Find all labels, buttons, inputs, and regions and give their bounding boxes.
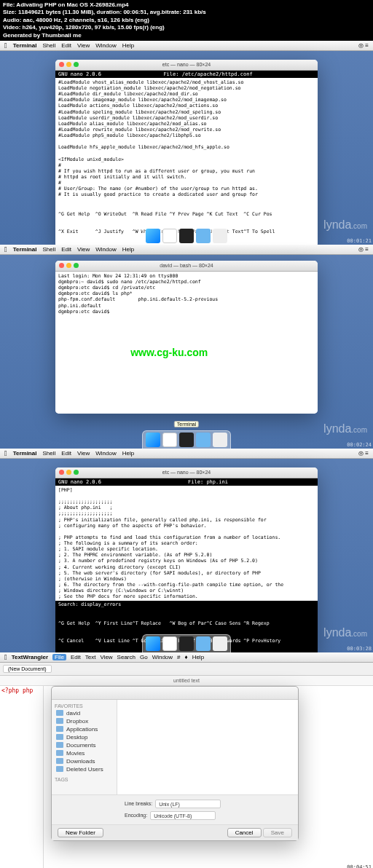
macos-menubar[interactable]:  Terminal Shell Edit View Window Help ◎… [0, 41, 373, 51]
tags-header: Tags [55, 776, 114, 783]
sidebar-item-movies[interactable]: Movies [55, 749, 114, 757]
zoom-icon[interactable] [74, 62, 79, 67]
terminal-icon[interactable] [179, 433, 194, 447]
close-icon[interactable] [59, 263, 64, 268]
close-icon[interactable] [59, 470, 64, 475]
sidebar-item-david[interactable]: david [55, 709, 114, 717]
minimize-icon[interactable] [66, 62, 71, 67]
zoom-icon[interactable] [74, 470, 79, 475]
nano-header: GNU nano 2.0.6File: /etc/apache2/httpd.c… [55, 71, 318, 78]
dock-tooltip: Terminal [174, 421, 199, 427]
minimize-icon[interactable] [66, 470, 71, 475]
terminal-icon[interactable] [179, 229, 194, 243]
favorites-header: Favorites [55, 703, 114, 709]
trash-icon[interactable] [213, 433, 227, 447]
video-metadata: File: Adivating PHP on Mac OS X-269826.m… [0, 0, 373, 41]
app-menu[interactable]: Terminal [13, 42, 37, 49]
lynda-watermark: lynda.com [323, 626, 367, 639]
encoding-label: Encoding: [125, 813, 147, 818]
editor-pane[interactable]: <?php php [0, 686, 44, 868]
apple-logo-icon[interactable]:  [4, 449, 7, 457]
dialog-toolbar[interactable] [52, 687, 298, 700]
save-button[interactable]: Save [263, 828, 292, 837]
window-titlebar[interactable]: etc — nano — 80×24 [55, 467, 318, 478]
new-document-button[interactable]: (New Document) [3, 665, 52, 673]
timestamp: 00:02:24 [347, 442, 372, 448]
folder-icon[interactable] [196, 636, 211, 651]
cancel-button[interactable]: Cancel [227, 828, 262, 837]
terminal-body[interactable]: Last login: Mon Nov 24 12:31:49 on ttys0… [55, 272, 318, 414]
lynda-watermark: lynda.com [323, 422, 367, 435]
window-title: david — bash — 80×24 [160, 263, 213, 268]
dock[interactable] [142, 226, 231, 245]
app-menu[interactable]: TextWrangler [12, 654, 48, 660]
folder-icon [56, 766, 63, 772]
folder-icon [56, 726, 63, 732]
nano-editor-body[interactable]: #LoadModule vhost_alias_module libexec/a… [55, 78, 318, 200]
window-titlebar[interactable]: etc — nano — 80×24 [55, 60, 318, 71]
terminal-window[interactable]: david — bash — 80×24 Last login: Mon Nov… [55, 261, 318, 414]
lynda-watermark: lynda.com [323, 218, 367, 232]
finder-icon[interactable] [146, 636, 160, 651]
chrome-icon[interactable] [162, 229, 177, 243]
linebreaks-label: Line breaks: [125, 801, 152, 806]
minimize-icon[interactable] [66, 263, 71, 268]
textwrangler-window: (New Document) untitled text <?php php F… [0, 663, 373, 868]
new-folder-button[interactable]: New Folder [58, 828, 103, 837]
editor-toolbar[interactable]: (New Document) [0, 663, 373, 676]
chrome-icon[interactable] [162, 636, 177, 651]
sidebar-item-desktop[interactable]: Desktop [55, 733, 114, 741]
window-title: etc — nano — 80×24 [162, 470, 211, 475]
apple-logo-icon[interactable]:  [4, 42, 7, 50]
macos-menubar[interactable]:  Terminal Shell Edit View Window Help ◎… [0, 449, 373, 459]
finder-icon[interactable] [146, 229, 160, 243]
macos-menubar[interactable]:  TextWrangler File Edit Text View Searc… [0, 652, 373, 663]
window-title: etc — nano — 80×24 [162, 62, 211, 67]
zoom-icon[interactable] [74, 263, 79, 268]
sidebar-item-downloads[interactable]: Downloads [55, 757, 114, 765]
folder-icon [56, 742, 63, 748]
nano-editor-body[interactable]: [PHP] ;;;;;;;;;;;;;;;;;;; ; About php.in… [55, 486, 318, 601]
trash-icon[interactable] [213, 636, 227, 651]
window-titlebar[interactable]: david — bash — 80×24 [55, 261, 318, 272]
dropbox-icon [56, 718, 63, 724]
timestamp: 00:04:51 [347, 864, 372, 868]
save-dialog: Favorites david Dropbox Applications Des… [51, 686, 299, 841]
menubar-right: ◎ ≡ [358, 42, 369, 49]
cg-ku-watermark: www.cg-ku.com [130, 347, 208, 358]
folder-icon [56, 750, 63, 756]
timestamp: 00:03:28 [347, 646, 372, 652]
timestamp: 00:01:21 [347, 238, 372, 244]
folder-icon [56, 734, 63, 740]
apple-logo-icon[interactable]:  [4, 653, 7, 661]
macos-menubar[interactable]:  Terminal Shell Edit View Window Help ◎… [0, 245, 373, 255]
home-icon [56, 710, 63, 716]
apple-logo-icon[interactable]:  [4, 245, 7, 253]
file-browser[interactable] [117, 700, 298, 794]
finder-icon[interactable] [146, 433, 160, 447]
terminal-window[interactable]: etc — nano — 80×24 GNU nano 2.0.6File: /… [55, 60, 318, 248]
chrome-icon[interactable] [162, 433, 177, 447]
nano-header: GNU nano 2.0.6File: php.ini [55, 478, 318, 486]
sidebar-item-applications[interactable]: Applications [55, 725, 114, 733]
dialog-sidebar[interactable]: Favorites david Dropbox Applications Des… [52, 700, 117, 794]
sidebar-item-documents[interactable]: Documents [55, 741, 114, 749]
close-icon[interactable] [59, 62, 64, 67]
sidebar-item-deleted[interactable]: Deleted Users [55, 765, 114, 773]
folder-icon [56, 758, 63, 764]
sidebar-item-dropbox[interactable]: Dropbox [55, 717, 114, 725]
encoding-select[interactable]: Unicode (UTF-8) [150, 811, 216, 820]
terminal-window[interactable]: etc — nano — 80×24 GNU nano 2.0.6File: p… [55, 467, 318, 656]
folder-icon[interactable] [196, 433, 211, 447]
linebreaks-select[interactable]: Unix (LF) [155, 800, 221, 808]
dock[interactable] [142, 634, 231, 652]
nano-search-prompt[interactable]: Search: display_errors [55, 601, 318, 608]
dock[interactable]: Terminal [142, 430, 231, 449]
document-tab[interactable]: untitled text [0, 676, 373, 686]
file-menu-open[interactable]: File [52, 654, 66, 660]
trash-icon[interactable] [213, 229, 227, 243]
terminal-icon[interactable] [179, 636, 194, 651]
folder-icon[interactable] [196, 229, 211, 243]
